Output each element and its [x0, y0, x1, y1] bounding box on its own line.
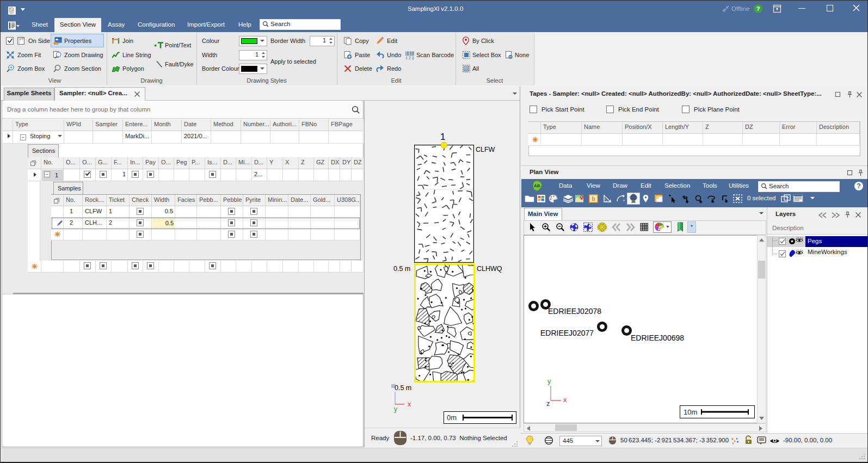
- svg-text:?: ?: [857, 182, 860, 190]
- svg-text:?: ?: [756, 5, 760, 12]
- svg-text:AB: AB: [534, 183, 540, 188]
- svg-text:x: x: [563, 396, 567, 404]
- svg-text:y: y: [547, 377, 551, 385]
- svg-text:x: x: [408, 400, 411, 408]
- svg-text:y: y: [394, 405, 397, 413]
- svg-text:1 2 3: 1 2 3: [405, 56, 414, 60]
- svg-text:b: b: [592, 195, 595, 202]
- svg-text:z: z: [546, 399, 550, 406]
